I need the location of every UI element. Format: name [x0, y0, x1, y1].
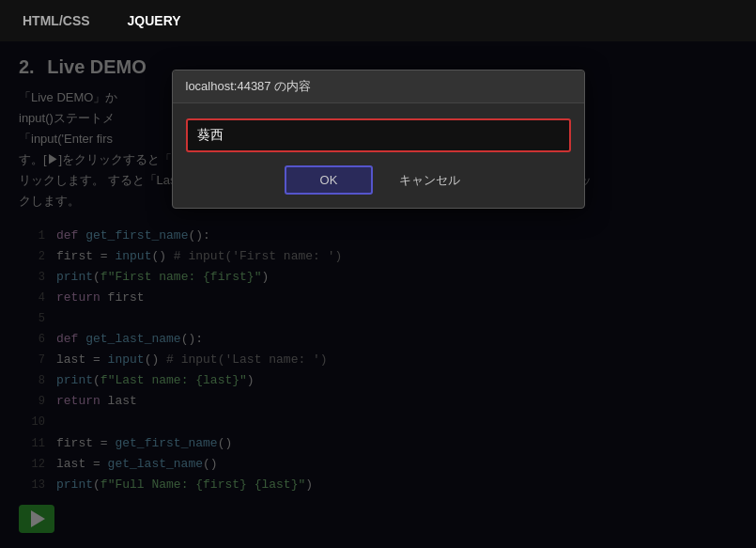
nav-item-jquery[interactable]: JQUERY: [120, 9, 189, 32]
modal-dialog: localhost:44387 の内容 OK キャンセル: [172, 70, 585, 209]
nav-item-html-css[interactable]: HTML/CSS: [15, 9, 98, 32]
main-content: 2. Live DEMO 「Live DEMO」か yScriptの場合、 in…: [0, 41, 756, 548]
modal-input[interactable]: [186, 118, 571, 152]
modal-ok-button[interactable]: OK: [285, 165, 374, 195]
modal-title: localhost:44387 の内容: [173, 70, 584, 103]
modal-body: OK キャンセル: [173, 103, 584, 208]
modal-overlay: localhost:44387 の内容 OK キャンセル: [0, 41, 756, 548]
modal-buttons: OK キャンセル: [186, 165, 571, 195]
top-nav: HTML/CSS JQUERY: [0, 0, 756, 41]
modal-cancel-button[interactable]: キャンセル: [388, 165, 471, 195]
